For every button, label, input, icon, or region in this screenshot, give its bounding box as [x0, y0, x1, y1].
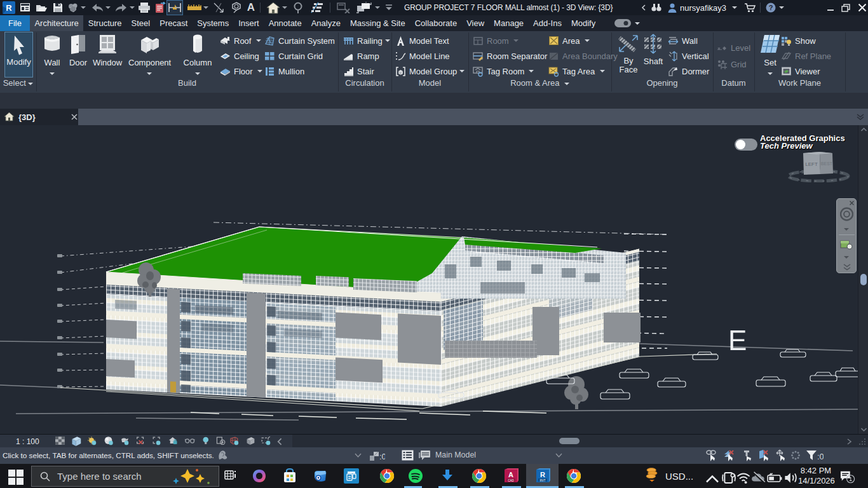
svg-text:CAD: CAD: [508, 479, 514, 482]
svg-text:A: A: [508, 471, 513, 478]
svg-text:R: R: [6, 3, 12, 13]
svg-text:BEST: BEST: [821, 161, 833, 166]
svg-text:R: R: [540, 471, 545, 478]
svg-text:1: 1: [849, 476, 852, 482]
svg-text::0: :0: [817, 452, 824, 461]
svg-text:?: ?: [768, 4, 773, 11]
svg-text::0: :0: [379, 452, 385, 461]
svg-text:E: E: [728, 325, 747, 356]
svg-text:LEFT: LEFT: [805, 161, 818, 167]
svg-text:RVT: RVT: [540, 479, 546, 482]
